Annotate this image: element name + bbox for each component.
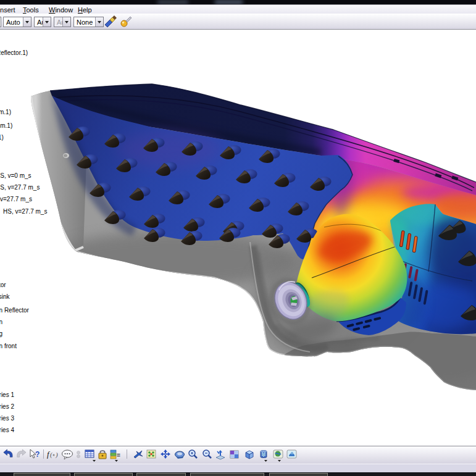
svg-text:=: = — [117, 452, 120, 459]
svg-text:?: ? — [35, 450, 40, 459]
svg-text:(: ( — [50, 451, 53, 459]
svg-text:): ) — [55, 451, 58, 459]
